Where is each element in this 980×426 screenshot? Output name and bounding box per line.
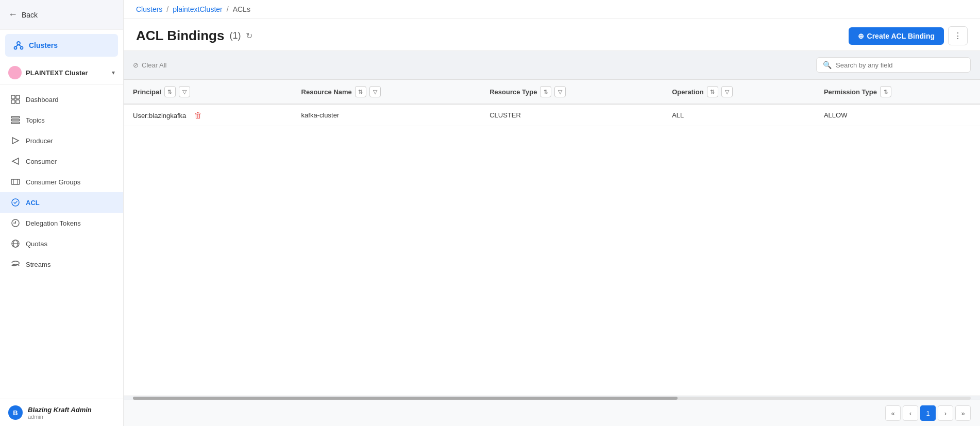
cell-principal: User:blazingkafka 🗑 [124,104,292,126]
sidebar-item-dashboard[interactable]: Dashboard [0,89,123,110]
resource-type-filter-button[interactable]: ▽ [554,86,566,97]
breadcrumb-sep-2: / [227,5,229,13]
quotas-icon [10,238,21,249]
sidebar-item-delegation-tokens-label: Delegation Tokens [26,219,81,227]
page-title: ACL Bindings [136,28,224,44]
breadcrumb-clusters[interactable]: Clusters [136,5,162,13]
page-header: ACL Bindings (1) ↻ ⊕ Create ACL Binding … [124,19,980,51]
back-arrow-icon: ← [8,9,18,20]
col-resource-type: Resource Type ⇅ ▽ [480,80,663,104]
col-permission-type-label: Permission Type [824,88,877,96]
clusters-nav-item[interactable]: Clusters [5,34,118,57]
title-row: ACL Bindings (1) ↻ [136,28,252,44]
consumer-icon [10,156,21,166]
search-icon: 🔍 [823,61,832,69]
sidebar-item-topics[interactable]: Topics [0,110,123,130]
clear-all-label: Clear All [142,61,166,69]
horizontal-scrollbar[interactable] [124,396,980,400]
sidebar-item-streams-label: Streams [26,261,50,268]
back-button[interactable]: ← Back [0,0,123,30]
svg-point-0 [17,42,20,45]
user-avatar: B [8,405,23,420]
operation-sort-button[interactable]: ⇅ [707,86,718,97]
principal-sort-button[interactable]: ⇅ [164,86,176,97]
permission-type-sort-button[interactable]: ⇅ [880,86,891,97]
resource-name-sort-button[interactable]: ⇅ [355,86,366,97]
svg-marker-12 [12,138,19,144]
delete-icon[interactable]: 🗑 [194,111,202,120]
create-btn-label: Create ACL Binding [867,32,935,40]
col-operation-label: Operation [672,88,703,96]
svg-line-4 [19,45,22,47]
pagination-last-button[interactable]: » [955,405,971,421]
breadcrumb-cluster[interactable]: plaintextCluster [173,5,223,13]
sidebar-item-consumer[interactable]: Consumer [0,151,123,172]
cluster-selector[interactable]: PLAINTEXT Cluster ▾ [0,61,123,85]
pagination-page-1-button[interactable]: 1 [920,405,936,421]
sidebar-item-consumer-label: Consumer [26,158,57,165]
sidebar-item-acl[interactable]: ACL [0,192,123,213]
pagination-first-button[interactable]: « [885,405,901,421]
principal-filter-button[interactable]: ▽ [179,86,190,97]
header-actions: ⊕ Create ACL Binding ⋮ [849,26,968,45]
svg-rect-14 [11,179,20,184]
content-area: ⊘ Clear All 🔍 Principal ⇅ ▽ [124,51,980,426]
title-count: (1) [229,30,241,41]
sidebar: ← Back Clusters PLAINTEXT Cluster ▾ [0,0,124,426]
table-row: User:blazingkafka 🗑 kafka-cluster CLUSTE… [124,104,980,126]
col-resource-name-label: Resource Name [301,88,352,96]
more-options-button[interactable]: ⋮ [948,26,968,45]
sidebar-item-topics-label: Topics [26,116,45,124]
create-acl-binding-button[interactable]: ⊕ Create ACL Binding [849,27,944,45]
producer-icon [10,135,21,146]
col-operation: Operation ⇅ ▽ [663,80,815,104]
svg-rect-7 [11,100,15,104]
operation-filter-button[interactable]: ▽ [721,86,733,97]
scrollbar-thumb [133,397,678,400]
sidebar-item-consumer-groups[interactable]: Consumer Groups [0,172,123,192]
principal-value: User:blazingkafka [133,112,186,120]
sidebar-item-consumer-groups-label: Consumer Groups [26,178,80,186]
clusters-nav-label: Clusters [29,41,58,49]
table-header-row: Principal ⇅ ▽ Resource Name ⇅ ▽ [124,80,980,104]
svg-point-21 [15,223,16,224]
breadcrumb: Clusters / plaintextCluster / ACLs [124,0,980,19]
refresh-icon[interactable]: ↻ [246,31,252,41]
sidebar-item-delegation-tokens[interactable]: Delegation Tokens [0,213,123,233]
clear-all-button[interactable]: ⊘ Clear All [133,61,166,69]
svg-rect-9 [11,116,20,118]
main-content: Clusters / plaintextCluster / ACLs ACL B… [124,0,980,426]
dashboard-icon [10,94,21,105]
sidebar-item-producer[interactable]: Producer [0,130,123,151]
cluster-avatar [8,66,22,79]
svg-point-2 [21,47,23,49]
col-principal-label: Principal [133,88,161,96]
acl-table: Principal ⇅ ▽ Resource Name ⇅ ▽ [124,80,980,126]
sidebar-item-dashboard-label: Dashboard [26,96,59,104]
pagination-next-button[interactable]: › [938,405,953,421]
cell-resource-type: CLUSTER [480,104,663,126]
filter-off-icon: ⊘ [133,61,139,69]
clusters-icon [13,40,24,50]
sidebar-item-quotas[interactable]: Quotas [0,233,123,254]
search-input[interactable] [836,61,964,69]
sidebar-item-quotas-label: Quotas [26,240,47,248]
svg-point-1 [14,47,17,49]
col-resource-name: Resource Name ⇅ ▽ [292,80,481,104]
sidebar-item-streams[interactable]: Streams [0,254,123,275]
username: Blazing Kraft Admin [28,406,92,414]
table-toolbar: ⊘ Clear All 🔍 [124,51,980,79]
pagination-prev-button[interactable]: ‹ [903,405,918,421]
sidebar-nav: Dashboard Topics Producer [0,85,123,399]
resource-type-sort-button[interactable]: ⇅ [540,86,551,97]
acl-table-container: Principal ⇅ ▽ Resource Name ⇅ ▽ [124,79,980,396]
svg-rect-5 [11,95,15,99]
table-footer: « ‹ 1 › » [124,400,980,426]
sidebar-item-producer-label: Producer [26,137,53,145]
plus-icon: ⊕ [858,32,864,40]
cell-resource-name: kafka-cluster [292,104,481,126]
delegation-tokens-icon [10,218,21,228]
resource-name-filter-button[interactable]: ▽ [369,86,381,97]
svg-rect-6 [16,95,20,99]
user-role: admin [28,414,92,420]
